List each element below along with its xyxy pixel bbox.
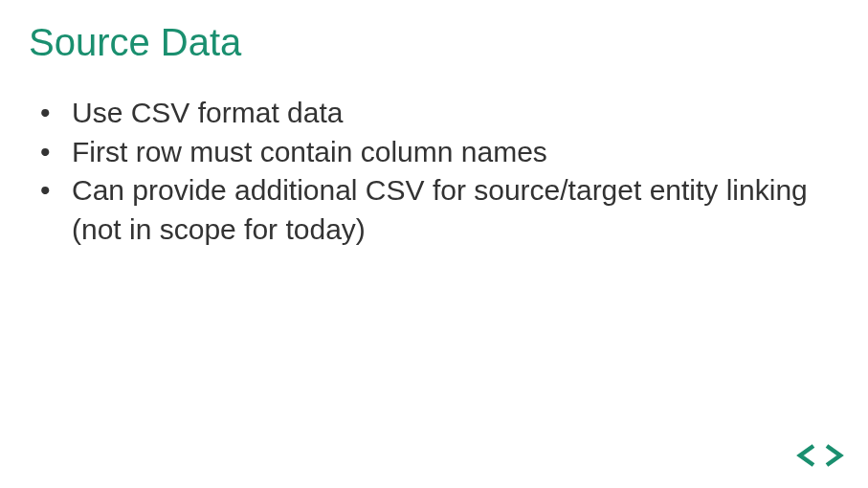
bullet-item: First row must contain column names bbox=[38, 133, 839, 172]
slide-content: Source Data Use CSV format data First ro… bbox=[0, 0, 868, 268]
brand-logo-icon bbox=[796, 442, 844, 469]
slide-title: Source Data bbox=[29, 19, 839, 65]
bullet-list: Use CSV format data First row must conta… bbox=[29, 94, 839, 249]
bullet-item: Can provide additional CSV for source/ta… bbox=[38, 171, 839, 249]
bullet-item: Use CSV format data bbox=[38, 94, 839, 133]
